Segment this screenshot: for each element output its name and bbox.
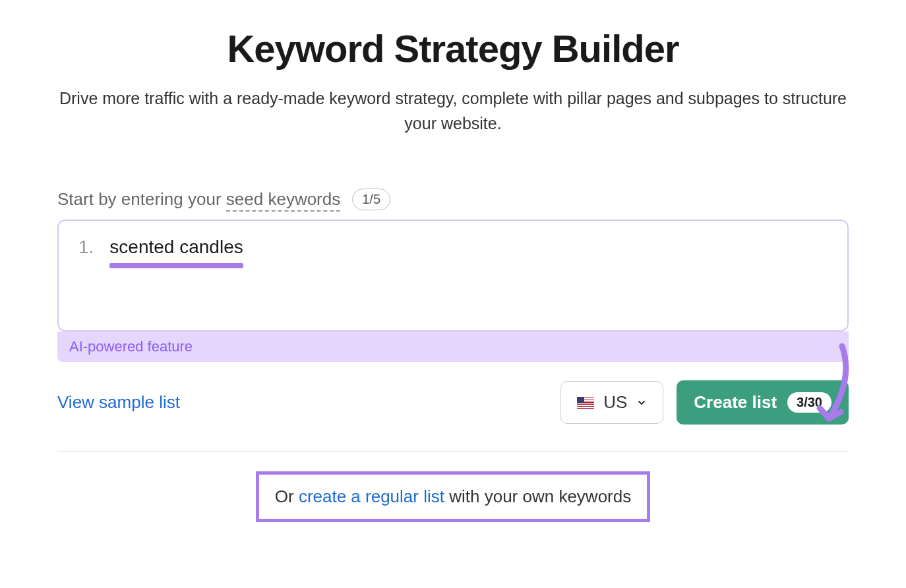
create-list-badge: 3/30	[787, 392, 831, 413]
create-list-button[interactable]: Create list 3/30	[677, 380, 849, 425]
page-title: Keyword Strategy Builder	[57, 26, 849, 71]
seed-keywords-label: seed keywords	[226, 189, 340, 212]
alt-row: Or create a regular list with your own k…	[57, 471, 849, 522]
keyword-number: 1.	[78, 237, 94, 258]
divider	[57, 451, 849, 452]
create-list-label: Create list	[694, 392, 777, 413]
alt-prefix: Or	[275, 486, 299, 506]
prompt-prefix: Start by entering your	[57, 189, 226, 209]
keyword-input-wrapper: 1. scented candles AI-powered feature	[57, 220, 849, 362]
prompt-row: Start by entering your seed keywords 1/5	[57, 189, 849, 210]
ai-feature-label: AI-powered feature	[57, 332, 849, 362]
country-code: US	[603, 392, 627, 413]
us-flag-icon	[577, 397, 594, 409]
keyword-text[interactable]: scented candles	[109, 237, 243, 257]
keyword-input-box[interactable]: 1. scented candles	[57, 220, 849, 332]
keyword-line: 1. scented candles	[78, 237, 828, 258]
alt-box: Or create a regular list with your own k…	[256, 471, 650, 522]
page-subtitle: Drive more traffic with a ready-made key…	[57, 86, 849, 136]
alt-suffix: with your own keywords	[444, 486, 631, 506]
country-select[interactable]: US	[560, 381, 663, 424]
actions-row: View sample list US Create list 3/30	[57, 380, 849, 425]
keyword-count-badge: 1/5	[352, 189, 390, 210]
create-regular-list-link[interactable]: create a regular list	[299, 486, 444, 506]
highlight-underline	[109, 263, 243, 268]
view-sample-link[interactable]: View sample list	[57, 392, 180, 413]
prompt-text: Start by entering your seed keywords	[57, 189, 340, 210]
chevron-down-icon	[636, 397, 647, 408]
